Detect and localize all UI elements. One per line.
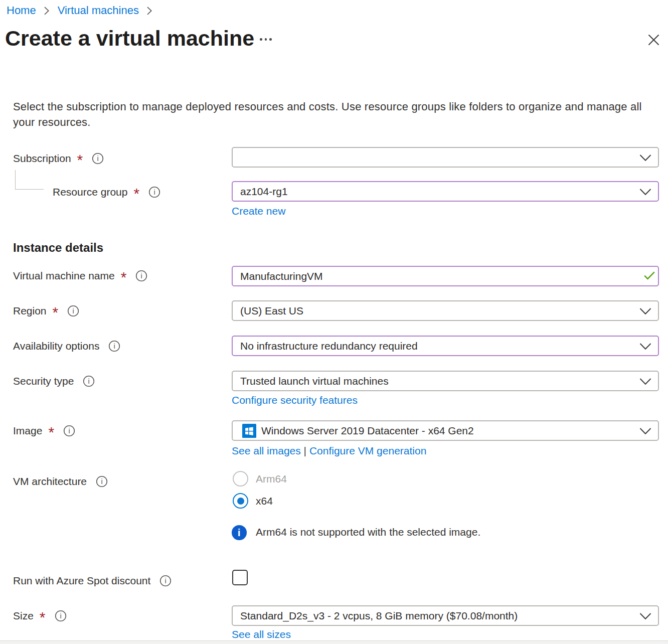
svg-text:i: i bbox=[165, 577, 166, 585]
svg-text:i: i bbox=[60, 612, 61, 620]
svg-text:i: i bbox=[73, 307, 74, 315]
svg-text:i: i bbox=[88, 377, 90, 385]
svg-text:i: i bbox=[101, 477, 102, 486]
svg-text:i: i bbox=[153, 188, 155, 196]
svg-text:i: i bbox=[68, 427, 70, 435]
svg-text:i: i bbox=[114, 342, 115, 350]
svg-text:i: i bbox=[97, 154, 99, 163]
svg-text:i: i bbox=[141, 272, 142, 280]
